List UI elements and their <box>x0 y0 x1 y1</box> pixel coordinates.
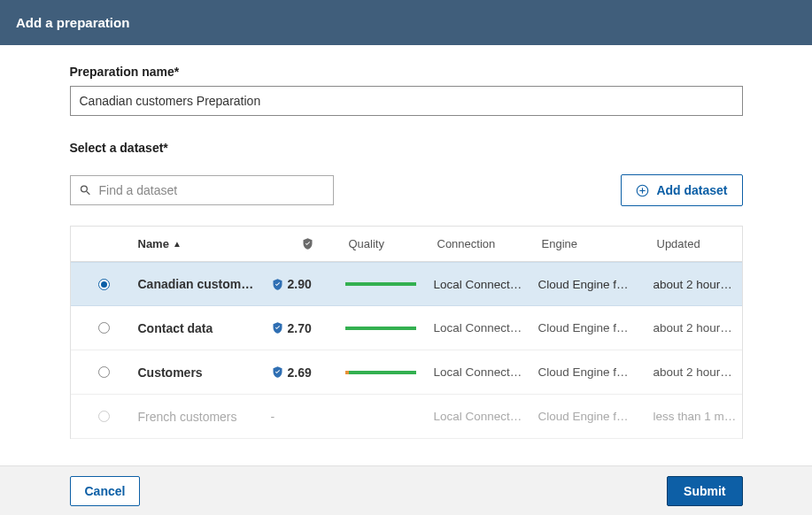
dataset-name: Customers <box>138 365 271 380</box>
dataset-table: Name ▲ Quality Connection Engine Updated… <box>70 226 743 439</box>
column-updated[interactable]: Updated <box>653 237 744 250</box>
connection-cell: Local Connect… <box>434 365 538 379</box>
column-trust[interactable] <box>271 236 345 251</box>
table-row[interactable]: Customers2.69Local Connect…Cloud Engine … <box>71 350 742 395</box>
dataset-search-input[interactable] <box>70 175 334 205</box>
trust-score: 2.90 <box>271 277 345 292</box>
updated-cell: about 2 hours ago <box>653 321 744 334</box>
updated-cell: about 2 hours ago <box>653 278 744 291</box>
dataset-name: Contact data <box>138 321 271 335</box>
sort-ascending-icon: ▲ <box>173 239 182 249</box>
select-dataset-label: Select a dataset* <box>70 141 743 155</box>
shield-check-icon <box>271 320 284 335</box>
table-row: French customers-Local Connect…Cloud Eng… <box>71 395 742 439</box>
select-radio <box>98 411 110 422</box>
preparation-name-input[interactable] <box>70 86 743 116</box>
updated-cell: less than 1 minute <box>653 410 744 423</box>
preparation-name-label: Preparation name* <box>70 65 743 79</box>
engine-cell: Cloud Engine f… <box>538 365 653 379</box>
dataset-search-box <box>70 175 334 205</box>
select-radio[interactable] <box>98 322 110 334</box>
dialog-title: Add a preparation <box>16 15 129 30</box>
updated-cell: about 2 hours ago <box>653 365 744 379</box>
table-row[interactable]: Contact data2.70Local Connect…Cloud Engi… <box>71 306 742 350</box>
shield-check-icon <box>301 236 314 251</box>
table-header: Name ▲ Quality Connection Engine Updated <box>71 227 742 262</box>
column-engine[interactable]: Engine <box>538 237 653 250</box>
connection-cell: Local Connect… <box>434 321 538 334</box>
column-name[interactable]: Name ▲ <box>138 237 271 250</box>
table-row[interactable]: Canadian custom…2.90Local Connect…Cloud … <box>71 262 742 306</box>
trust-score: 2.70 <box>271 320 345 335</box>
shield-check-icon <box>271 277 284 292</box>
quality-bar <box>345 327 434 330</box>
add-dataset-button[interactable]: Add dataset <box>621 174 742 206</box>
dialog-footer: Cancel Submit <box>0 465 812 515</box>
engine-cell: Cloud Engine f… <box>538 410 653 423</box>
select-radio[interactable] <box>98 366 110 378</box>
select-radio[interactable] <box>98 279 110 290</box>
plus-circle-icon <box>636 184 649 197</box>
quality-bar <box>345 282 434 286</box>
column-connection[interactable]: Connection <box>434 237 538 250</box>
dialog-header: Add a preparation <box>0 0 812 45</box>
engine-cell: Cloud Engine f… <box>538 278 653 291</box>
dataset-name: Canadian custom… <box>138 277 271 291</box>
connection-cell: Local Connect… <box>434 278 538 291</box>
submit-button[interactable]: Submit <box>667 476 742 506</box>
quality-bar <box>345 371 434 374</box>
engine-cell: Cloud Engine f… <box>538 321 653 334</box>
add-dataset-label: Add dataset <box>656 183 727 197</box>
cancel-button[interactable]: Cancel <box>70 476 141 506</box>
search-icon <box>79 184 92 197</box>
connection-cell: Local Connect… <box>434 410 538 423</box>
dataset-name: French customers <box>138 410 271 424</box>
trust-score: 2.69 <box>271 365 345 380</box>
shield-check-icon <box>271 365 284 380</box>
column-quality[interactable]: Quality <box>345 237 434 250</box>
trust-score: - <box>271 410 345 424</box>
